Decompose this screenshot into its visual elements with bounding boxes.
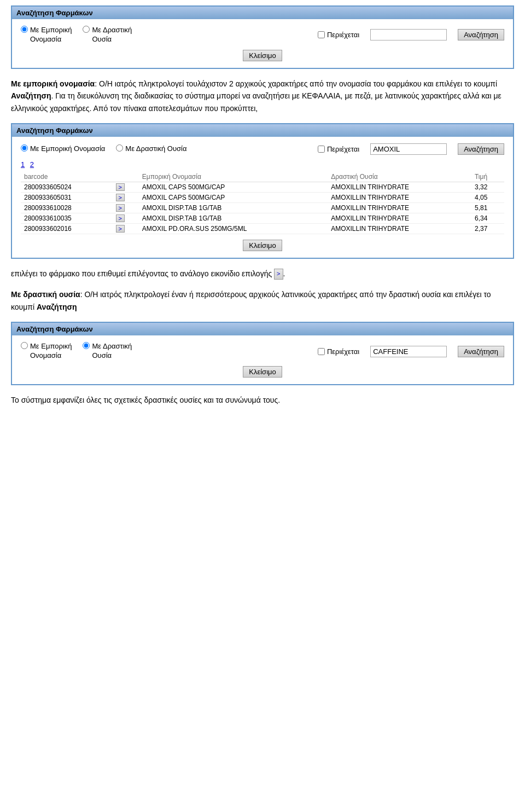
table-row: 2800933610028>AMOXIL DISP.TAB 1G/TABAMOX… bbox=[21, 202, 504, 213]
row-select-button[interactable]: > bbox=[116, 225, 125, 233]
dialog-title-1: Αναζήτηση Φαρμάκων bbox=[12, 7, 513, 19]
table-cell: 2800933602016 bbox=[21, 223, 113, 234]
page-1[interactable]: 1 bbox=[21, 160, 25, 169]
col-barcode: barcode bbox=[21, 172, 113, 182]
radio-group-commercial-2: Με Εμπορική Ονομασία bbox=[21, 144, 105, 154]
close-button-1[interactable]: Κλείσιμο bbox=[243, 50, 282, 61]
radio-commercial-label-3: Με Εμπορική Ονομασία bbox=[30, 342, 72, 361]
radio-commercial-2[interactable] bbox=[21, 144, 28, 152]
table-row: 2800933605024>AMOXIL CAPS 500MG/CAPAMOXI… bbox=[21, 182, 504, 192]
table-cell: 2800933610035 bbox=[21, 213, 113, 223]
radio-group-active-3: Με Δραστική Ουσία bbox=[83, 342, 132, 361]
radio-active-label-1: Με Δραστική Ουσία bbox=[92, 26, 132, 44]
radio-commercial-3[interactable] bbox=[21, 342, 28, 349]
table-row: 2800933605031>AMOXIL CAPS 500MG/CAPAMOXI… bbox=[21, 192, 504, 202]
radio-group-active-1: Με Δραστική Ουσία bbox=[83, 26, 132, 44]
checkbox-contains-1[interactable] bbox=[318, 31, 325, 38]
table-cell: 4,05 bbox=[471, 192, 504, 202]
table-cell: 2800933605024 bbox=[21, 182, 113, 192]
checkbox-group-2: Περιέχεται bbox=[318, 145, 359, 153]
search-button-1[interactable]: Αναζήτηση bbox=[458, 29, 504, 40]
table-cell: AMOXIL PD.ORA.SUS 250MG/5ML bbox=[139, 223, 328, 234]
checkbox-label-1: Περιέχεται bbox=[327, 31, 359, 39]
close-button-3[interactable]: Κλείσιμο bbox=[243, 366, 282, 378]
prose-2: επιλέγει το φάρμακο που επιθυμεί επιλέγο… bbox=[11, 268, 514, 280]
radio-commercial-label-2: Με Εμπορική Ονομασία bbox=[30, 144, 105, 154]
row-select-button[interactable]: > bbox=[116, 194, 125, 201]
search-button-3[interactable]: Αναζήτηση bbox=[458, 346, 504, 357]
search-button-2[interactable]: Αναζήτηση bbox=[458, 143, 504, 155]
select-icon: > bbox=[274, 269, 283, 280]
checkbox-label-3: Περιέχεται bbox=[327, 347, 359, 356]
row-select-button[interactable]: > bbox=[116, 204, 125, 212]
dialog-title-3: Αναζήτηση Φαρμάκων bbox=[12, 323, 513, 335]
radio-commercial-label-1: Με Εμπορική Ονομασία bbox=[30, 26, 72, 44]
dialog-search-1: Αναζήτηση Φαρμάκων Με Εμπορική Ονομασία … bbox=[11, 5, 514, 69]
search-input-1[interactable] bbox=[370, 29, 447, 40]
table-row: 2800933602016>AMOXIL PD.ORA.SUS 250MG/5M… bbox=[21, 223, 504, 234]
checkbox-group-3: Περιέχεται bbox=[318, 347, 359, 356]
table-cell: AMOXILLIN TRIHYDRATE bbox=[328, 223, 471, 234]
prose-bold-active: Με δραστική ουσία bbox=[11, 290, 80, 299]
prose-bold-commercial: Με εμπορική ονομασία bbox=[11, 79, 95, 88]
prose-bold-search-1: Αναζήτηση bbox=[11, 91, 51, 100]
col-price: Τιμή bbox=[471, 172, 504, 182]
radio-active-label-3: Με Δραστική Ουσία bbox=[92, 342, 132, 361]
table-cell: AMOXILLIN TRIHYDRATE bbox=[328, 192, 471, 202]
radio-active-1[interactable] bbox=[83, 26, 90, 33]
checkbox-group-1: Περιέχεται bbox=[318, 31, 359, 39]
radio-active-label-2: Με Δραστική Ουσία bbox=[125, 144, 186, 154]
prose-4: Το σύστημα εμφανίζει όλες τις σχετικές δ… bbox=[11, 394, 514, 406]
radio-group-commercial-1: Με Εμπορική Ονομασία bbox=[21, 26, 72, 44]
checkbox-contains-2[interactable] bbox=[318, 146, 325, 153]
results-table: barcode Εμπορική Ονομασία Δραστική Ουσία… bbox=[21, 172, 504, 234]
table-cell: 2800933610028 bbox=[21, 202, 113, 213]
table-row: 2800933610035>AMOXIL DISP.TAB 1G/TABAMOX… bbox=[21, 213, 504, 223]
table-cell: 6,34 bbox=[471, 213, 504, 223]
radio-group-commercial-3: Με Εμπορική Ονομασία bbox=[21, 342, 72, 361]
table-cell: AMOXIL CAPS 500MG/CAP bbox=[139, 192, 328, 202]
page-2[interactable]: 2 bbox=[30, 160, 34, 169]
prose-1: Με εμπορική ονομασία: Ο/Η ιατρός πληκτρο… bbox=[11, 78, 514, 114]
dialog-search-3: Αναζήτηση Φαρμάκων Με Εμπορική Ονομασία … bbox=[11, 322, 514, 385]
search-input-2[interactable] bbox=[370, 143, 447, 155]
close-button-2[interactable]: Κλείσιμο bbox=[243, 240, 282, 251]
table-cell: AMOXIL DISP.TAB 1G/TAB bbox=[139, 213, 328, 223]
checkbox-label-2: Περιέχεται bbox=[327, 145, 359, 153]
col-commercial: Εμπορική Ονομασία bbox=[139, 172, 328, 182]
table-cell: AMOXIL CAPS 500MG/CAP bbox=[139, 182, 328, 192]
table-cell: 3,32 bbox=[471, 182, 504, 192]
dialog-title-2: Αναζήτηση Φαρμάκων bbox=[12, 124, 513, 137]
search-input-3[interactable] bbox=[370, 346, 447, 357]
row-select-button[interactable]: > bbox=[116, 183, 125, 191]
prose-3: Με δραστική ουσία: Ο/Η ιατρός πληκτρολογ… bbox=[11, 288, 514, 313]
col-nav bbox=[113, 172, 139, 182]
table-cell: AMOXILLIN TRIHYDRATE bbox=[328, 202, 471, 213]
row-select-button[interactable]: > bbox=[116, 214, 125, 222]
table-cell: AMOXILLIN TRIHYDRATE bbox=[328, 182, 471, 192]
table-cell: AMOXILLIN TRIHYDRATE bbox=[328, 213, 471, 223]
pagination: 1 2 bbox=[21, 160, 504, 169]
table-cell: AMOXIL DISP.TAB 1G/TAB bbox=[139, 202, 328, 213]
radio-active-3[interactable] bbox=[83, 342, 90, 349]
table-cell: 2,37 bbox=[471, 223, 504, 234]
col-active: Δραστική Ουσία bbox=[328, 172, 471, 182]
checkbox-contains-3[interactable] bbox=[318, 348, 325, 355]
table-cell: 5,81 bbox=[471, 202, 504, 213]
radio-group-active-2: Με Δραστική Ουσία bbox=[116, 144, 186, 154]
radio-commercial-1[interactable] bbox=[21, 26, 28, 33]
radio-active-2[interactable] bbox=[116, 144, 123, 152]
prose-bold-search-3: Αναζήτηση bbox=[37, 303, 77, 311]
dialog-search-2: Αναζήτηση Φαρμάκων Με Εμπορική Ονομασία … bbox=[11, 123, 514, 259]
table-cell: 2800933605031 bbox=[21, 192, 113, 202]
